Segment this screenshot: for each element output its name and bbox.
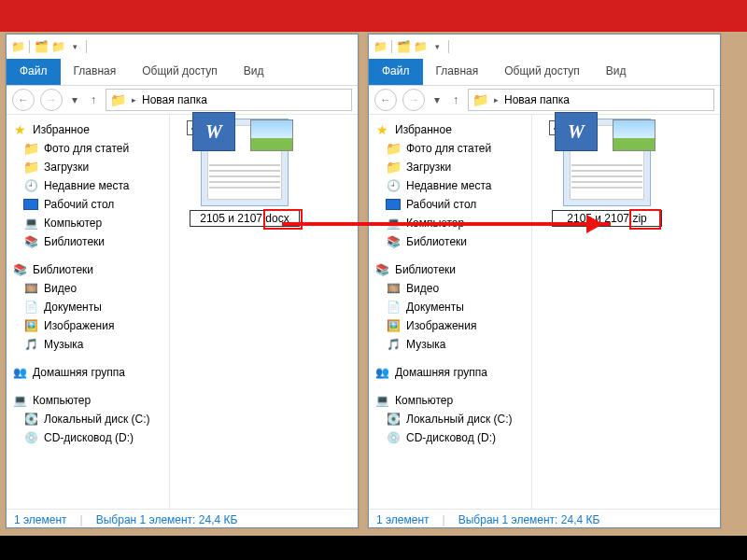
tab-home[interactable]: Главная <box>423 59 492 85</box>
tree-favorites[interactable]: ★Избранное <box>8 120 167 139</box>
tree-item[interactable]: 💽Локальный диск (C:) <box>8 410 167 428</box>
recent-dropdown-icon[interactable]: ▾ <box>430 93 444 106</box>
tree-item-label: Компьютер <box>44 217 102 230</box>
status-count: 1 элемент <box>376 513 430 526</box>
tab-view[interactable]: Вид <box>593 59 640 85</box>
tree-item[interactable]: 💿CD-дисковод (D:) <box>8 428 167 447</box>
content-pane[interactable]: ✔ W <box>170 115 358 509</box>
tab-file[interactable]: Файл <box>7 59 61 85</box>
tree-libraries[interactable]: 📚Библиотеки <box>8 260 167 279</box>
tree-item[interactable]: Рабочий стол <box>8 195 167 214</box>
tree-item-label: Загрузки <box>44 161 89 174</box>
word-icon: W <box>192 112 235 151</box>
explorer-window-right: 📁 🗂️ 📁 ▾ Файл Главная Общий доступ Вид ←… <box>368 34 721 528</box>
tree-computer[interactable]: 💻Компьютер <box>371 391 529 410</box>
folder-icon: 📁 <box>110 92 126 107</box>
tree-item[interactable]: Рабочий стол <box>371 195 529 214</box>
tree-item[interactable]: 🎞️Видео <box>8 279 167 298</box>
tree-item[interactable]: 📄Документы <box>371 298 529 316</box>
file-thumbnail: W <box>563 119 651 206</box>
tree-item[interactable]: 📁Фото для статей <box>371 139 529 158</box>
drive-icon: 💽 <box>23 412 38 427</box>
annotation-arrow <box>282 222 611 226</box>
ribbon: Файл Главная Общий доступ Вид <box>369 59 720 86</box>
dropdown-icon[interactable]: ▾ <box>430 39 444 54</box>
tree-libraries[interactable]: 📚Библиотеки <box>371 260 529 279</box>
tree-homegroup[interactable]: 👥Домашняя группа <box>8 363 167 382</box>
video-icon: 🎞️ <box>23 281 38 296</box>
back-button[interactable]: ← <box>12 89 35 111</box>
up-button[interactable]: ↑ <box>449 93 462 106</box>
tab-file[interactable]: Файл <box>369 59 423 85</box>
status-bar: 1 элемент | Выбран 1 элемент: 24,4 КБ <box>7 509 358 530</box>
separator <box>391 40 392 53</box>
homegroup-icon: 👥 <box>374 365 389 380</box>
tree-item[interactable]: 🕘Недавние места <box>371 176 529 195</box>
tree-item[interactable]: 📄Документы <box>8 298 167 316</box>
star-icon: ★ <box>12 122 27 137</box>
tree-item[interactable]: 📁Фото для статей <box>8 139 167 158</box>
folder-icon: 📁 <box>10 39 25 54</box>
tree-item[interactable]: 🎵Музыка <box>8 335 167 354</box>
desktop-icon <box>23 197 38 212</box>
back-button[interactable]: ← <box>374 89 397 111</box>
breadcrumb-sep-icon: ▸ <box>132 95 136 105</box>
tree-item[interactable]: 🎞️Видео <box>371 279 529 298</box>
dropdown-icon[interactable]: ▾ <box>67 39 82 54</box>
tree-item-label: Музыка <box>44 338 83 351</box>
tree-item[interactable]: 💿CD-дисковод (D:) <box>371 428 529 447</box>
tree-item[interactable]: 📁Загрузки <box>371 158 529 176</box>
pictures-icon: 🖼️ <box>386 318 401 333</box>
tree-item[interactable]: 🎵Музыка <box>371 335 529 354</box>
tab-home[interactable]: Главная <box>61 59 130 85</box>
nav-tree: ★Избранное 📁Фото для статей 📁Загрузки 🕘Н… <box>369 115 532 509</box>
breadcrumb-sep-icon: ▸ <box>494 95 499 105</box>
tree-item[interactable]: 💻Компьютер <box>8 214 167 232</box>
tree-item[interactable]: 🖼️Изображения <box>371 316 529 335</box>
separator: | <box>443 513 445 526</box>
recent-dropdown-icon[interactable]: ▾ <box>68 93 81 106</box>
tree-computer[interactable]: 💻Компьютер <box>8 391 167 410</box>
tab-view[interactable]: Вид <box>231 59 277 85</box>
file-item[interactable]: ✔ W <box>547 119 667 227</box>
video-icon: 🎞️ <box>386 281 401 296</box>
status-selection: Выбран 1 элемент: 24,4 КБ <box>96 513 238 526</box>
tab-share[interactable]: Общий доступ <box>129 59 231 85</box>
tree-libraries-label: Библиотеки <box>33 263 93 276</box>
properties-icon[interactable]: 🗂️ <box>34 39 49 54</box>
tree-item[interactable]: 🕘Недавние места <box>8 176 167 195</box>
tab-share[interactable]: Общий доступ <box>491 59 593 85</box>
tree-item[interactable]: 💽Локальный диск (C:) <box>371 410 529 428</box>
tree-favorites[interactable]: ★Избранное <box>371 120 529 139</box>
forward-button[interactable]: → <box>402 89 425 111</box>
tree-item-label: Музыка <box>406 338 445 351</box>
tree-homegroup[interactable]: 👥Домашняя группа <box>371 363 529 382</box>
file-item[interactable]: ✔ W <box>185 119 304 227</box>
breadcrumb-location[interactable]: Новая папка <box>142 93 207 106</box>
tree-homegroup-label: Домашняя группа <box>395 366 487 379</box>
folder-icon: 📁 <box>413 39 428 54</box>
breadcrumb-location[interactable]: Новая папка <box>504 93 570 106</box>
recent-icon: 🕘 <box>23 178 38 193</box>
tree-item-label: Изображения <box>44 319 114 332</box>
tree-item[interactable]: 📚Библиотеки <box>8 232 167 251</box>
separator <box>29 40 30 53</box>
tree-item[interactable]: 🖼️Изображения <box>8 316 167 335</box>
tree-item[interactable]: 📁Загрузки <box>8 158 167 176</box>
tree-item-label: Локальный диск (C:) <box>44 413 150 426</box>
properties-icon[interactable]: 🗂️ <box>396 39 411 54</box>
content-pane[interactable]: ✔ W <box>532 115 720 509</box>
window-body: ★Избранное 📁Фото для статей 📁Загрузки 🕘Н… <box>369 115 720 509</box>
cd-icon: 💿 <box>386 430 401 445</box>
explorer-window-left: 📁 🗂️ 📁 ▾ Файл Главная Общий доступ Вид ←… <box>6 34 359 528</box>
address-bar[interactable]: 📁 ▸ Новая папка <box>106 89 352 111</box>
tree-item-label: Библиотеки <box>406 235 467 248</box>
tree-item[interactable]: 📚Библиотеки <box>371 232 529 251</box>
tree-homegroup-label: Домашняя группа <box>33 366 125 379</box>
up-button[interactable]: ↑ <box>87 93 100 106</box>
address-bar[interactable]: 📁 ▸ Новая папка <box>468 89 714 111</box>
desktop-icon <box>386 197 401 212</box>
folder-icon: 📁 <box>386 141 401 156</box>
folder-icon: 📁 <box>472 92 488 107</box>
forward-button[interactable]: → <box>40 89 63 111</box>
